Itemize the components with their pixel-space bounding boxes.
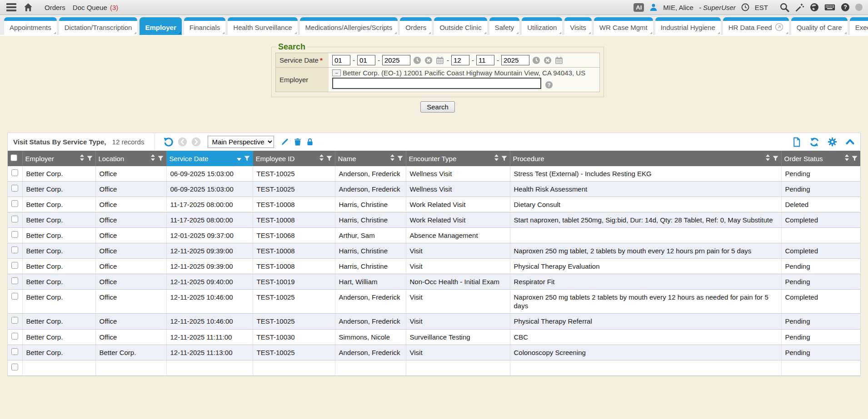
external-link-icon[interactable] [775,23,783,33]
user-name[interactable]: MIE, Alice [663,4,693,11]
refresh-icon[interactable] [809,137,819,147]
filter-icon[interactable] [397,155,403,163]
row-checkbox[interactable] [11,216,18,222]
select-all-checkbox[interactable] [10,154,17,161]
employer-collapse-button[interactable]: − [332,69,341,76]
from-time-icon[interactable] [413,56,421,64]
tab-utilization[interactable]: Utilization [522,17,562,35]
tab-financials[interactable]: Financials [184,17,226,35]
table-cell: Office [95,329,166,345]
to-time-icon[interactable] [532,56,540,64]
sort-icon[interactable] [80,154,84,163]
tab-health-surveillance[interactable]: Health Surveillance [228,17,297,35]
tab-employer[interactable]: Employer [140,17,181,35]
filter-icon[interactable] [244,155,250,163]
row-checkbox[interactable] [11,246,18,253]
row-checkbox[interactable] [11,169,18,176]
filter-icon[interactable] [326,155,332,163]
table-cell: Better Corp. [22,182,95,197]
tab-label: Dictation/Transcription [65,24,132,31]
column-header-name[interactable]: Name [335,151,406,166]
tab-medications-allergies-scripts[interactable]: Medications/Allergies/Scripts [300,17,398,35]
column-header-service-date[interactable]: Service Date [166,151,253,166]
from-clear-icon[interactable] [424,56,433,64]
globe-icon[interactable] [810,3,819,12]
tab-orders[interactable]: Orders [400,17,432,35]
filter-icon[interactable] [501,155,507,163]
sort-icon[interactable] [845,154,849,163]
delete-icon[interactable] [294,138,302,146]
to-calendar-icon[interactable] [555,56,563,64]
edit-icon[interactable] [281,138,289,146]
breadcrumb-doc-queue[interactable]: Doc Queue (3) [73,4,118,11]
row-checkbox[interactable] [11,348,18,355]
presence-dot[interactable] [855,4,863,11]
from-day-input[interactable] [357,55,375,65]
filter-icon[interactable] [158,155,164,163]
row-checkbox[interactable] [11,333,18,340]
tab-visits[interactable]: Visits [564,17,592,35]
collapse-icon[interactable] [845,137,855,147]
filter-icon[interactable] [87,155,93,163]
perspective-select[interactable]: Main Perspective [208,136,274,148]
search-icon[interactable] [780,3,789,12]
next-icon[interactable] [191,137,201,147]
prev-icon[interactable] [178,137,187,147]
filter-icon[interactable] [773,155,778,163]
employer-search-input[interactable] [332,78,541,89]
ai-badge[interactable]: AI [634,3,644,12]
tab-outside-clinic[interactable]: Outside Clinic [434,17,487,35]
to-year-input[interactable] [501,55,529,65]
new-document-icon[interactable] [792,137,801,147]
column-header-encounter-type[interactable]: Encounter Type [406,151,510,166]
lock-icon[interactable] [306,138,314,146]
help-icon[interactable]: ? [841,3,850,12]
to-day-input[interactable] [476,55,494,65]
wand-icon[interactable] [795,3,804,12]
row-checkbox[interactable] [11,277,18,284]
home-icon[interactable] [24,3,33,12]
row-checkbox[interactable] [11,262,18,269]
tab-hr-data-feed[interactable]: HR Data Feed [723,17,789,35]
from-month-input[interactable] [332,55,350,65]
from-year-input[interactable] [382,55,410,65]
row-checkbox[interactable] [11,293,18,300]
sort-icon[interactable] [766,154,770,163]
tab-dictation-transcription[interactable]: Dictation/Transcription [59,17,138,35]
gear-icon[interactable] [828,137,837,147]
employer-help-icon[interactable]: ? [545,81,553,89]
from-calendar-icon[interactable] [436,56,444,64]
row-checkbox[interactable] [11,317,18,324]
column-header-location[interactable]: Location [95,151,166,166]
column-header-procedure[interactable]: Procedure [510,151,781,166]
sort-icon[interactable] [494,154,499,163]
column-header-employer[interactable]: Employer [22,151,95,166]
clock-icon[interactable] [741,3,749,11]
breadcrumb-orders[interactable]: Orders [45,4,65,11]
tab-quality-of-care[interactable]: Quality of Care [791,17,848,35]
tab-safety[interactable]: Safety [489,17,520,35]
sort-icon[interactable] [390,154,394,163]
tab-executive-dashboard[interactable]: Executive Dashboard [850,17,868,35]
tab-industrial-hygiene[interactable]: Industrial Hygiene [655,17,721,35]
row-checkbox[interactable] [11,200,18,207]
sort-icon[interactable] [237,155,241,163]
to-month-input[interactable] [451,55,469,65]
undo-icon[interactable] [164,137,174,147]
tab-appointments[interactable]: Appointments [4,17,57,35]
row-checkbox[interactable] [11,231,18,238]
service-date-label: Service Date [279,56,319,64]
column-header-order-status[interactable]: Order Status [781,151,860,166]
search-button[interactable]: Search [420,101,455,113]
column-header-employee-id[interactable]: Employee ID [253,151,335,166]
menu-icon[interactable] [5,2,17,12]
to-clear-icon[interactable] [544,56,552,64]
sort-icon[interactable] [319,154,324,163]
table-cell: Naproxen 250 mg tablets 2 tablets by mou… [510,290,781,314]
row-checkbox[interactable] [11,185,18,192]
row-checkbox[interactable] [11,364,18,370]
keyboard-icon[interactable] [824,3,835,12]
sort-icon[interactable] [151,154,155,163]
filter-icon[interactable] [852,155,858,163]
tab-wr-case-mgmt[interactable]: WR Case Mgmt [594,17,653,35]
